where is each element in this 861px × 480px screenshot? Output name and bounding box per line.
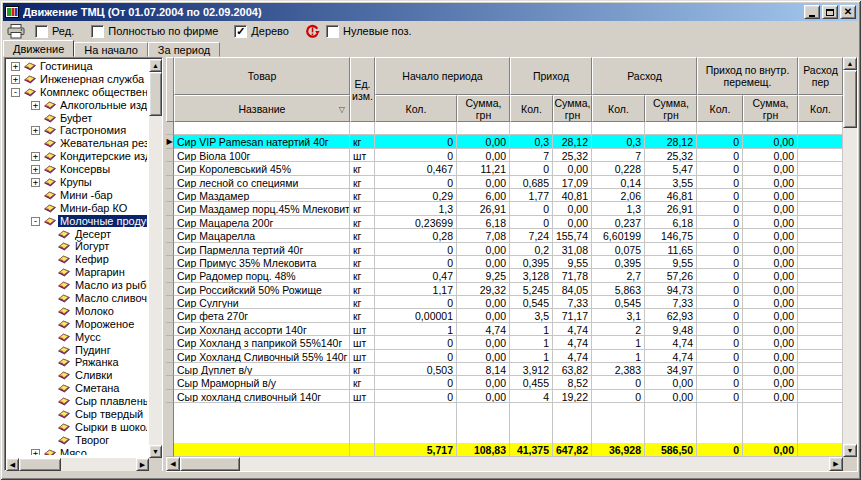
- tab-2[interactable]: На начало: [74, 42, 148, 57]
- maximize-button[interactable]: [822, 5, 838, 19]
- table-row[interactable]: Сир Сулгуникг00,000,5457,330,5457,3300,0…: [166, 296, 843, 309]
- tree-item[interactable]: Мороженое: [7, 318, 147, 331]
- table-row[interactable]: Сир Хохланд ассорти 140гшт14,7414,7429,4…: [166, 323, 843, 336]
- tree-item[interactable]: +Мясо: [7, 447, 147, 455]
- expand-toggle[interactable]: +: [31, 101, 40, 110]
- collapse-toggle[interactable]: -: [31, 217, 40, 226]
- col-group-3[interactable]: Расход: [592, 57, 697, 95]
- table-row[interactable]: Сир Мацареллакг0,287,087,24155,746,60199…: [166, 229, 843, 242]
- table-row[interactable]: Сыр Мраморный в/укг00,000,4558,5200,0000…: [166, 376, 843, 389]
- col-header-tovar[interactable]: Товар: [174, 57, 350, 95]
- expand-toggle[interactable]: +: [11, 62, 20, 71]
- expand-toggle[interactable]: +: [31, 152, 40, 161]
- checkbox-full-company[interactable]: Полностью по фирме: [91, 25, 218, 38]
- tab-3[interactable]: За период: [148, 42, 220, 57]
- tree-item[interactable]: +Консервы: [7, 163, 147, 176]
- col-group-2[interactable]: Приход: [510, 57, 592, 95]
- tree-item[interactable]: Буфет: [7, 112, 147, 125]
- col-sub-3-1[interactable]: Кол.: [592, 95, 645, 122]
- tree-item[interactable]: Творог: [7, 434, 147, 447]
- tree-item[interactable]: Ряжанка: [7, 356, 147, 369]
- scroll-down-button[interactable]: ▼: [149, 445, 162, 458]
- col-sub-1-1[interactable]: Кол.: [375, 95, 457, 122]
- tree-item[interactable]: +Гостиница: [7, 60, 147, 73]
- checkbox-tree[interactable]: ✓ Дерево: [234, 25, 289, 38]
- minimize-button[interactable]: [804, 5, 820, 19]
- table-row[interactable]: [166, 122, 843, 135]
- print-icon[interactable]: [7, 24, 26, 39]
- col-sub-5-1[interactable]: Кол.: [798, 95, 843, 122]
- tab-1[interactable]: Движение: [3, 40, 74, 57]
- table-row[interactable]: Сир Радомер порц. 48%кг0,479,253,12871,7…: [166, 269, 843, 282]
- tree-item[interactable]: Жевательная резин: [7, 137, 147, 150]
- tree-item[interactable]: -Молочные продукты: [7, 215, 147, 228]
- scroll-down-button[interactable]: ▼: [843, 444, 857, 457]
- tree-item[interactable]: +Кондитерские издел: [7, 150, 147, 163]
- titlebar[interactable]: Движение ТМЦ (От 01.07.2004 по 02.09.200…: [3, 3, 858, 21]
- col-sub-1-2[interactable]: Сумма, грн: [457, 95, 510, 122]
- table-row[interactable]: ▶Сир VIP Pamesan натертий 40гкг00,000,32…: [166, 135, 843, 148]
- tree-item[interactable]: Пудинг: [7, 344, 147, 357]
- expand-toggle[interactable]: +: [11, 75, 20, 84]
- scroll-thumb[interactable]: [19, 458, 61, 471]
- table-row[interactable]: Сир Примус 35% Млековитакг00,000,3959,55…: [166, 256, 843, 269]
- tree-item[interactable]: Десерт: [7, 228, 147, 241]
- tree-item[interactable]: -Комплекс общественног: [7, 86, 147, 99]
- table-row[interactable]: Сир фета 270гкг0,000010,003,571,173,162,…: [166, 309, 843, 322]
- tree-item[interactable]: +Инженерная служба: [7, 73, 147, 86]
- tree-item[interactable]: Йогурт: [7, 240, 147, 253]
- checkbox-box[interactable]: [326, 25, 339, 38]
- tree-h-scrollbar[interactable]: ◀ ▶: [6, 458, 149, 471]
- table-row[interactable]: Сир Мацарела 200гкг0,236996,1800,000,237…: [166, 216, 843, 229]
- scroll-left-button[interactable]: ◀: [6, 458, 19, 471]
- expand-toggle[interactable]: +: [31, 178, 40, 187]
- expand-toggle[interactable]: +: [31, 449, 40, 455]
- col-sub-4-1[interactable]: Кол.: [697, 95, 743, 122]
- refresh-warning-icon[interactable]: [305, 24, 320, 39]
- col-sub-4-2[interactable]: Сумма, грн: [743, 95, 798, 122]
- col-sub-2-2[interactable]: Сумма, грн: [553, 95, 592, 122]
- table-row[interactable]: Сир лесной со специямикг00,000,68517,090…: [166, 176, 843, 189]
- tree-item[interactable]: Мини-бар КО: [7, 202, 147, 215]
- tree-item[interactable]: Молоко: [7, 305, 147, 318]
- table-row[interactable]: Сир Маздамеркг0,296,001,7740,812,0646,81…: [166, 189, 843, 202]
- col-group-4[interactable]: Приход по внутр. перемещ.: [697, 57, 798, 95]
- table-row[interactable]: Сыр хохланд сливочный 140гшт00,00419,220…: [166, 390, 843, 403]
- tree-item[interactable]: Масло из рыбы и: [7, 279, 147, 292]
- scroll-right-button[interactable]: ▶: [136, 458, 149, 471]
- checkbox-red[interactable]: Ред.: [35, 25, 74, 38]
- tree-item[interactable]: Сырки в шоколад: [7, 421, 147, 434]
- table-row[interactable]: Сир Хохланд Сливочный 55% 140гшт00,0014,…: [166, 350, 843, 363]
- table-row[interactable]: Сир Российский 50% Рожищекг1,1729,325,24…: [166, 283, 843, 296]
- col-sub-2-1[interactable]: Кол.: [510, 95, 553, 122]
- checkbox-box[interactable]: ✓: [234, 25, 247, 38]
- col-sub-3-2[interactable]: Сумма, грн: [645, 95, 697, 122]
- col-group-5[interactable]: Расход пер: [798, 57, 843, 95]
- col-group-1[interactable]: Начало периода: [375, 57, 510, 95]
- expand-toggle[interactable]: +: [31, 165, 40, 174]
- expand-toggle[interactable]: +: [31, 126, 40, 135]
- scroll-up-button[interactable]: ▲: [843, 57, 857, 70]
- tree-item[interactable]: Сыр твердый: [7, 408, 147, 421]
- collapse-toggle[interactable]: -: [11, 88, 20, 97]
- tree-item[interactable]: Сметана: [7, 382, 147, 395]
- tree-item[interactable]: Маргарин: [7, 266, 147, 279]
- table-row[interactable]: [166, 403, 843, 443]
- checkbox-box[interactable]: [35, 25, 48, 38]
- tree-item[interactable]: Мусс: [7, 331, 147, 344]
- close-button[interactable]: ✕: [840, 5, 856, 19]
- tree-item[interactable]: Мини -бар: [7, 189, 147, 202]
- scroll-thumb[interactable]: [843, 70, 857, 128]
- tree-item[interactable]: +Крупы: [7, 176, 147, 189]
- table-row[interactable]: Сир Віола 100гшт00,00725,32725,3200,00: [166, 149, 843, 162]
- checkbox-box[interactable]: [91, 25, 104, 38]
- tree-v-scrollbar[interactable]: ▲ ▼: [149, 59, 162, 458]
- tree-item[interactable]: Масло сливочное: [7, 292, 147, 305]
- table-v-scrollbar[interactable]: ▲ ▼: [843, 57, 857, 457]
- scroll-thumb[interactable]: [180, 457, 240, 471]
- col-header-nazvanie[interactable]: Название ▽: [174, 95, 350, 122]
- scroll-right-button[interactable]: ▶: [829, 457, 843, 471]
- table-row[interactable]: 5,717108,8341,375647,8236,928586,5000,00: [166, 443, 843, 457]
- scroll-left-button[interactable]: ◀: [166, 457, 180, 471]
- scroll-thumb[interactable]: [149, 72, 162, 116]
